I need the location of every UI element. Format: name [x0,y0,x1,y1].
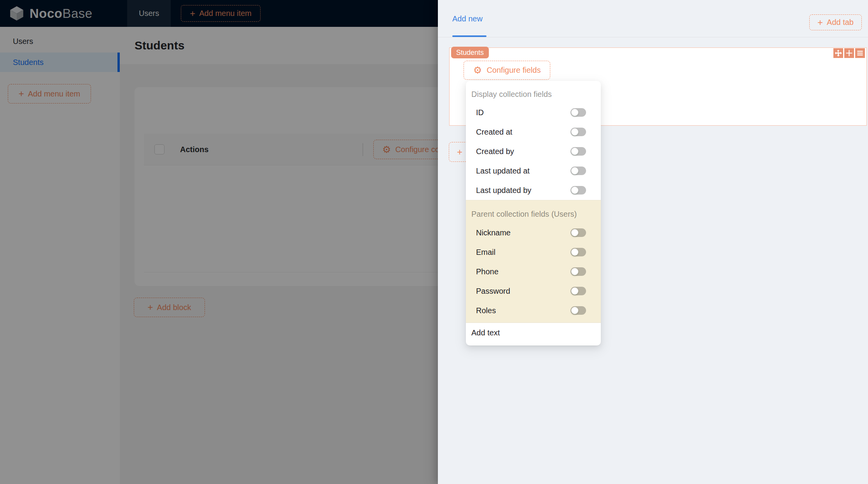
insert-block-button[interactable] [844,48,854,58]
field-toggle-last-updated-at[interactable] [570,167,586,175]
parent-collection-fields-section: Parent collection fields (Users) Nicknam… [466,200,601,323]
block-menu-button[interactable] [855,48,865,58]
configure-fields-label: Configure fields [486,66,541,75]
field-toggle-nickname[interactable] [570,228,586,237]
field-menu-item-last-updated-at[interactable]: Last updated at [466,161,601,181]
menu-group-title-collection-fields: Display collection fields [466,86,601,103]
field-menu-item-last-updated-by[interactable]: Last updated by [466,181,601,200]
toggle-knob [571,128,578,135]
toggle-knob [571,307,578,314]
field-label: Last updated by [476,186,570,195]
field-label: Roles [476,306,570,315]
add-new-drawer: Add new + Add tab Students [438,0,868,484]
field-label: Password [476,287,570,296]
field-menu-item-created-by[interactable]: Created by [466,142,601,161]
toggle-knob [571,167,578,174]
field-menu-item-created-at[interactable]: Created at [466,122,601,142]
field-label: ID [476,108,570,117]
field-menu-item-roles[interactable]: Roles [466,301,601,320]
tab-add-new[interactable]: Add new [452,0,483,37]
field-label: Last updated at [476,167,570,175]
gear-icon: ⚙ [473,65,482,75]
plus-icon: + [457,147,462,157]
drawer-tab-bar: Add new + Add tab [438,0,868,37]
toggle-knob [571,187,578,194]
field-label: Email [476,248,570,257]
field-toggle-last-updated-by[interactable] [570,186,586,195]
drag-icon [835,49,842,57]
block-designer-toolbar [833,48,865,58]
plus-icon [845,49,853,57]
toggle-knob [571,109,578,116]
field-menu-item-email[interactable]: Email [466,242,601,262]
nocobase-screen: NocoBase Users + Add menu item Users Stu… [0,0,868,484]
configure-fields-button[interactable]: ⚙ Configure fields [464,61,550,80]
toggle-knob [571,229,578,236]
field-menu-item-password[interactable]: Password [466,281,601,301]
toggle-knob [571,249,578,256]
add-text-menu-item[interactable]: Add text [466,323,601,342]
add-tab-label: Add tab [827,18,854,27]
drawer-mask[interactable] [0,0,438,484]
drag-handle-button[interactable] [833,48,843,58]
toggle-knob [571,268,578,275]
menu-group-title-parent-fields: Parent collection fields (Users) [466,205,601,223]
field-menu-item-nickname[interactable]: Nickname [466,223,601,242]
toggle-knob [571,288,578,295]
field-label: Phone [476,267,570,276]
field-toggle-phone[interactable] [570,267,586,276]
menu-icon [856,49,864,57]
field-toggle-roles[interactable] [570,306,586,315]
field-toggle-created-by[interactable] [570,147,586,156]
plus-icon: + [817,18,823,27]
configure-fields-dropdown: Display collection fields ID Created at … [466,81,601,345]
field-menu-item-id[interactable]: ID [466,103,601,122]
field-toggle-password[interactable] [570,287,586,295]
field-label: Created at [476,128,570,137]
field-toggle-email[interactable] [570,248,586,256]
block-collection-badge: Students [451,47,489,58]
field-label: Created by [476,147,570,156]
field-label: Nickname [476,228,570,237]
field-menu-item-phone[interactable]: Phone [466,262,601,281]
field-toggle-created-at[interactable] [570,128,586,136]
tab-active-indicator [452,35,486,37]
add-tab-button[interactable]: + Add tab [809,14,862,30]
field-toggle-id[interactable] [570,108,586,117]
toggle-knob [571,148,578,155]
